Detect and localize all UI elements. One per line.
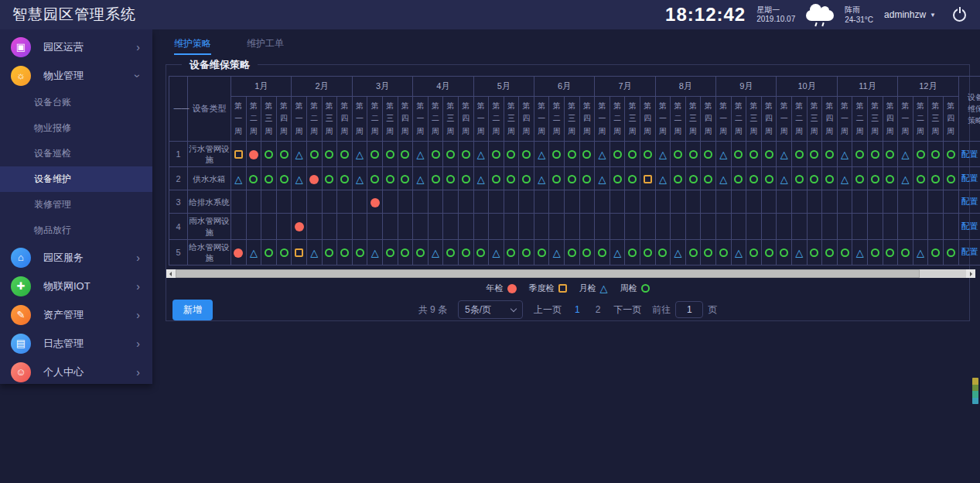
plan-cell	[504, 142, 519, 167]
quarterly-square-icon	[234, 150, 243, 159]
week-header: 第二周	[246, 97, 261, 142]
goto-page: 前往 页	[652, 301, 717, 318]
monthly-triangle-icon: △	[856, 248, 864, 258]
prev-page-button[interactable]: 上一页	[534, 303, 562, 317]
page-number-2[interactable]: 2	[593, 304, 603, 315]
scrollbar-track[interactable]	[920, 269, 966, 278]
plan-cell	[504, 239, 519, 265]
plan-cell	[640, 214, 656, 239]
sidebar-item-park-operation[interactable]: ▣ 园区运营 ›	[0, 33, 152, 61]
monthly-triangle-icon: △	[310, 248, 318, 258]
page-number-1[interactable]: 1	[572, 304, 582, 315]
plan-cell	[489, 190, 504, 214]
user-menu[interactable]: adminhzw ▼	[884, 9, 936, 20]
plan-cell	[867, 239, 883, 265]
plan-cell	[489, 167, 504, 190]
next-page-button[interactable]: 下一页	[613, 303, 641, 317]
sidebar-item-property-repair[interactable]: 物业报修	[0, 115, 152, 141]
monthly-triangle-icon: △	[795, 248, 803, 258]
page-size-select[interactable]: 5条/页	[458, 300, 523, 319]
sidebar-item-device-inspection[interactable]: 设备巡检	[0, 141, 152, 166]
plan-cell: △	[352, 167, 367, 190]
weekly-circle-icon	[325, 248, 333, 257]
weekly-circle-icon	[568, 150, 576, 159]
scroll-right-button[interactable]	[966, 269, 975, 278]
plan-cell	[579, 142, 595, 167]
sidebar-item-goods-release[interactable]: 物品放行	[0, 218, 152, 243]
plan-cell	[791, 167, 807, 190]
configure-link[interactable]: 配置	[959, 221, 980, 232]
sidebar-item-device-maintenance[interactable]: 设备维护	[0, 166, 152, 192]
sidebar-item-device-ledger[interactable]: 设备台账	[0, 90, 152, 115]
annual-dot-icon	[295, 222, 304, 231]
monthly-triangle-icon: △	[492, 248, 500, 258]
plan-cell	[382, 167, 398, 190]
configure-link[interactable]: 配置	[959, 173, 980, 184]
sidebar-item-asset-management[interactable]: ✎ 资产管理 ›	[0, 300, 152, 329]
plan-cell	[685, 214, 701, 239]
week-header: 第一周	[413, 97, 429, 142]
week-header: 第四周	[761, 97, 777, 142]
plan-cell	[443, 214, 459, 239]
strategy-panel: 设备维保策略 ——设备类型1月2月3月4月5月6月7月8月9月10月11月12月…	[166, 64, 970, 321]
sidebar-item-log-management[interactable]: ▤ 日志管理 ›	[0, 329, 152, 358]
weekly-circle-icon	[855, 150, 864, 159]
equipment-type: 雨水管网设施	[188, 214, 231, 239]
sidebar-item-personal-center[interactable]: ☺ 个人中心 ›	[0, 358, 152, 386]
weekly-circle-icon	[825, 248, 834, 257]
sidebar-item-iot[interactable]: ✚ 物联网IOT ›	[0, 272, 152, 300]
monthly-triangle-icon: △	[538, 174, 545, 184]
weekly-circle-icon	[810, 248, 818, 257]
plan-cell	[519, 142, 534, 167]
plan-cell	[292, 239, 307, 265]
weekly-circle-icon	[522, 248, 531, 257]
plan-cell: △	[534, 142, 549, 167]
plan-cell	[489, 142, 504, 167]
week-header: 第三周	[322, 97, 337, 142]
weekday-label: 星期一	[756, 5, 795, 15]
scrollbar-thumb[interactable]	[176, 269, 920, 278]
plan-cell	[306, 142, 322, 167]
weekly-circle-icon	[658, 248, 667, 257]
plan-cell	[367, 167, 383, 190]
weekly-circle-icon	[386, 175, 394, 183]
goto-page-input[interactable]	[675, 301, 703, 318]
app-title: 智慧园区管理系统	[0, 5, 136, 25]
week-header: 第二周	[852, 97, 868, 142]
plan-cell: △	[428, 239, 443, 265]
plan-cell	[837, 214, 852, 239]
legend-item-annual-dot: 年检	[487, 283, 517, 294]
plan-cell	[746, 167, 762, 190]
horizontal-scrollbar[interactable]	[166, 269, 975, 278]
tab-maintenance-strategy[interactable]: 维护策略	[174, 37, 211, 55]
configure-link[interactable]: 配置	[959, 246, 980, 258]
tab-maintenance-workorder[interactable]: 维护工单	[247, 37, 284, 55]
plan-cell	[352, 190, 367, 214]
sidebar-item-park-service[interactable]: ⌂ 园区服务 ›	[0, 243, 152, 272]
weekly-circle-icon	[280, 248, 289, 257]
configure-link[interactable]: 配置	[959, 149, 980, 160]
week-header: 第一周	[534, 97, 549, 142]
plan-cell	[943, 190, 958, 214]
plan-cell	[337, 167, 353, 190]
power-icon[interactable]	[953, 9, 966, 22]
plan-cell	[306, 167, 322, 190]
plan-cell	[367, 190, 383, 214]
plan-cell	[807, 190, 822, 214]
sidebar-item-property-management[interactable]: ☼ 物业管理 ›	[0, 61, 152, 90]
weekly-circle-icon	[462, 150, 470, 159]
weekly-circle-icon	[249, 175, 258, 183]
weekly-circle-icon	[386, 150, 394, 159]
configure-link[interactable]: 配置	[959, 196, 980, 207]
weekly-circle-icon	[280, 175, 289, 183]
plan-cell: △	[306, 239, 322, 265]
sidebar-item-decoration-management[interactable]: 装修管理	[0, 192, 152, 218]
weekly-circle-icon	[734, 175, 743, 183]
plan-cell	[565, 142, 580, 167]
plan-cell	[701, 214, 716, 239]
plan-cell: △	[791, 239, 807, 265]
date-block: 星期一 2019.10.07	[756, 5, 795, 25]
week-header: 第三周	[807, 97, 822, 142]
plan-cell	[716, 190, 732, 214]
scroll-left-button[interactable]	[166, 269, 176, 278]
